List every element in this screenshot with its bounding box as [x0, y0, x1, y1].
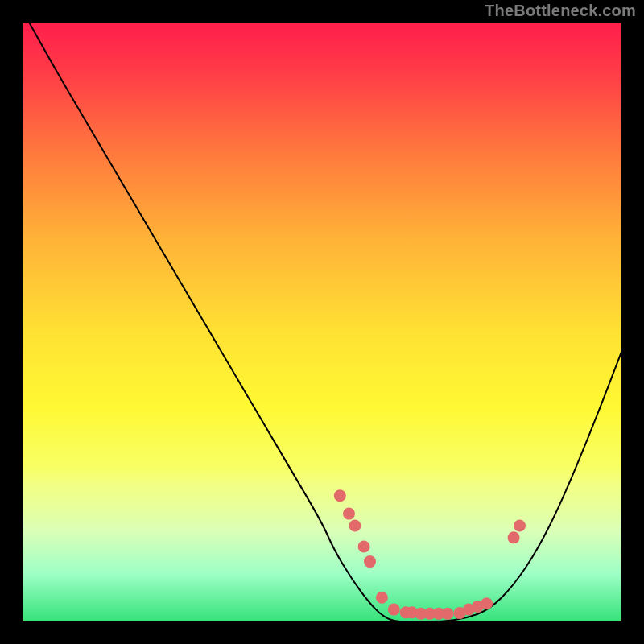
data-point	[508, 531, 520, 543]
data-point	[343, 508, 355, 520]
data-point	[364, 555, 376, 568]
data-point	[442, 608, 454, 620]
data-point	[358, 541, 370, 553]
data-point	[349, 519, 361, 531]
data-point	[334, 489, 346, 502]
plot-area	[23, 23, 621, 621]
data-points	[334, 489, 526, 620]
data-point	[481, 597, 493, 609]
data-point	[514, 519, 526, 531]
curve-line	[23, 10, 621, 621]
data-point	[388, 604, 400, 616]
data-point	[376, 592, 388, 604]
watermark-text: TheBottleneck.com	[485, 2, 636, 20]
chart-svg	[23, 23, 621, 621]
chart-container: TheBottleneck.com	[0, 0, 644, 644]
